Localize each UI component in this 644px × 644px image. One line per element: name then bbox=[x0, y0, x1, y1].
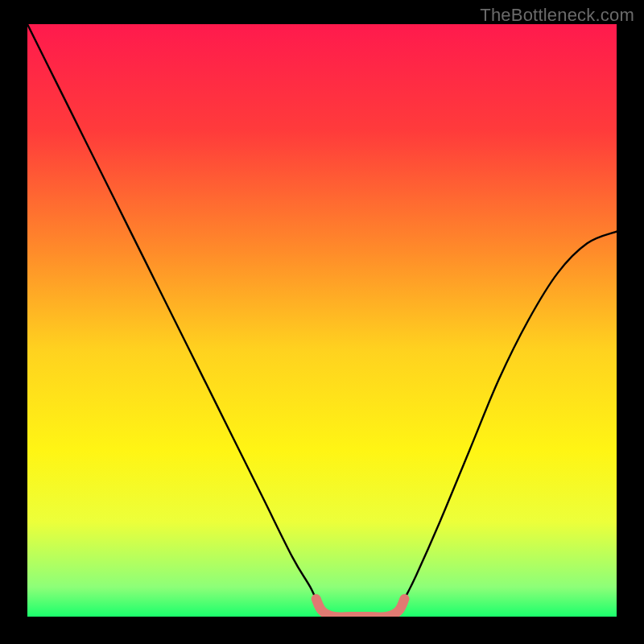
chart-svg bbox=[27, 24, 617, 617]
chart-container: TheBottleneck.com bbox=[0, 0, 644, 644]
plot-area bbox=[27, 24, 617, 617]
watermark-text: TheBottleneck.com bbox=[480, 5, 634, 26]
